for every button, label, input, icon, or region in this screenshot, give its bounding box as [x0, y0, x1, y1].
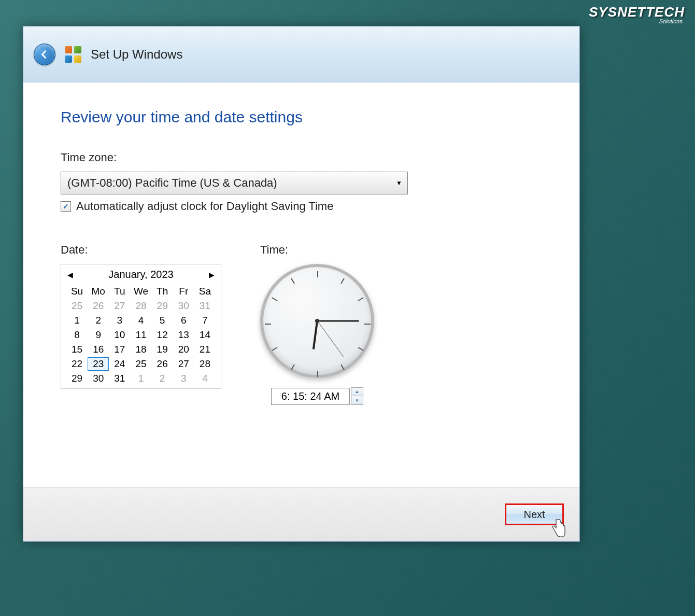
calendar-day[interactable]: 28 — [130, 299, 151, 313]
calendar-day[interactable]: 17 — [109, 343, 130, 356]
content-area: Review your time and date settings Time … — [23, 82, 579, 487]
calendar-day[interactable]: 31 — [109, 372, 130, 385]
calendar-day[interactable]: 27 — [109, 299, 130, 313]
calendar-day[interactable]: 4 — [194, 372, 216, 385]
back-button[interactable] — [34, 44, 55, 65]
calendar-day[interactable]: 5 — [152, 314, 173, 327]
back-arrow-icon — [39, 49, 50, 60]
timezone-label: Time zone: — [61, 151, 542, 164]
calendar-day[interactable]: 8 — [66, 328, 88, 342]
calendar-day[interactable]: 13 — [173, 328, 194, 342]
calendar-day[interactable]: 3 — [173, 372, 194, 385]
time-column: Time: 6: 15: 24 AM ▲ — [260, 243, 374, 405]
calendar-day[interactable]: 14 — [194, 328, 216, 342]
calendar-day[interactable]: 21 — [194, 343, 216, 356]
spinner-up-icon[interactable]: ▲ — [351, 388, 363, 396]
calendar-day[interactable]: 18 — [130, 343, 151, 356]
calendar-day-header: Su — [66, 285, 88, 298]
calendar-day-header: Fr — [173, 285, 194, 298]
date-column: Date: ◀ January, 2023 ▶ SuMoTuWeThFrSa25… — [61, 243, 221, 405]
calendar-day[interactable]: 22 — [66, 357, 88, 371]
time-spinner[interactable]: ▲ ▼ — [351, 387, 363, 405]
chevron-down-icon: ▼ — [396, 179, 402, 187]
cursor-hand-icon — [550, 519, 566, 538]
calendar-day[interactable]: 31 — [194, 299, 216, 313]
calendar-day[interactable]: 2 — [88, 314, 109, 327]
calendar-day-header: Tu — [109, 285, 130, 298]
time-input[interactable]: 6: 15: 24 AM — [271, 388, 350, 405]
calendar-day[interactable]: 29 — [66, 372, 88, 385]
calendar-day[interactable]: 19 — [152, 343, 173, 356]
calendar-day-header: We — [130, 285, 151, 298]
calendar-day[interactable]: 1 — [130, 372, 151, 385]
calendar-month-title: January, 2023 — [108, 269, 173, 281]
window-title: Set Up Windows — [91, 47, 182, 62]
calendar-day[interactable]: 10 — [109, 328, 130, 342]
dst-label: Automatically adjust clock for Daylight … — [76, 200, 333, 213]
watermark: SYSNETTECH Solutions — [589, 4, 685, 24]
calendar-day[interactable]: 23 — [88, 357, 109, 371]
next-button[interactable]: Next — [505, 503, 564, 525]
calendar-day[interactable]: 16 — [88, 343, 109, 356]
calendar-day[interactable]: 26 — [152, 357, 173, 371]
calendar-day-header: Sa — [194, 285, 216, 298]
timezone-selected: (GMT-08:00) Pacific Time (US & Canada) — [67, 176, 277, 190]
calendar-day[interactable]: 24 — [109, 357, 130, 371]
calendar-day-header: Th — [152, 285, 173, 298]
calendar-day[interactable]: 20 — [173, 343, 194, 356]
calendar-next-button[interactable]: ▶ — [209, 271, 215, 279]
titlebar: Set Up Windows — [23, 26, 579, 82]
page-heading: Review your time and date settings — [61, 108, 542, 126]
next-button-label: Next — [523, 509, 545, 521]
calendar-day[interactable]: 7 — [194, 314, 216, 327]
footer: Next — [23, 487, 579, 541]
calendar-day[interactable]: 25 — [130, 357, 151, 371]
calendar-day[interactable]: 26 — [88, 299, 109, 313]
dst-checkbox[interactable]: ✓ — [61, 201, 71, 212]
calendar-day[interactable]: 11 — [130, 328, 151, 342]
analog-clock — [260, 264, 374, 378]
calendar-day[interactable]: 28 — [194, 357, 216, 371]
calendar-day[interactable]: 15 — [66, 343, 88, 356]
calendar-day[interactable]: 3 — [109, 314, 130, 327]
calendar-day[interactable]: 25 — [66, 299, 88, 313]
calendar-day[interactable]: 30 — [173, 299, 194, 313]
calendar-day[interactable]: 27 — [173, 357, 194, 371]
setup-window: Set Up Windows Review your time and date… — [23, 26, 580, 542]
calendar-day[interactable]: 6 — [173, 314, 194, 327]
calendar-prev-button[interactable]: ◀ — [67, 271, 73, 279]
dst-checkbox-row[interactable]: ✓ Automatically adjust clock for Dayligh… — [61, 200, 542, 213]
calendar-day[interactable]: 30 — [88, 372, 109, 385]
calendar-day[interactable]: 29 — [152, 299, 173, 313]
timezone-dropdown[interactable]: (GMT-08:00) Pacific Time (US & Canada) ▼ — [61, 172, 408, 194]
calendar-day-header: Mo — [88, 285, 109, 298]
calendar-day[interactable]: 9 — [88, 328, 109, 342]
calendar-day[interactable]: 2 — [152, 372, 173, 385]
spinner-down-icon[interactable]: ▼ — [351, 396, 363, 404]
date-label: Date: — [61, 243, 221, 257]
calendar-day[interactable]: 4 — [130, 314, 151, 327]
calendar-grid: SuMoTuWeThFrSa25262728293031123456789101… — [66, 285, 216, 385]
calendar-day[interactable]: 1 — [66, 314, 88, 327]
calendar-day[interactable]: 12 — [152, 328, 173, 342]
calendar: ◀ January, 2023 ▶ SuMoTuWeThFrSa25262728… — [61, 264, 221, 389]
windows-logo-icon — [65, 46, 81, 63]
time-label: Time: — [260, 243, 374, 257]
